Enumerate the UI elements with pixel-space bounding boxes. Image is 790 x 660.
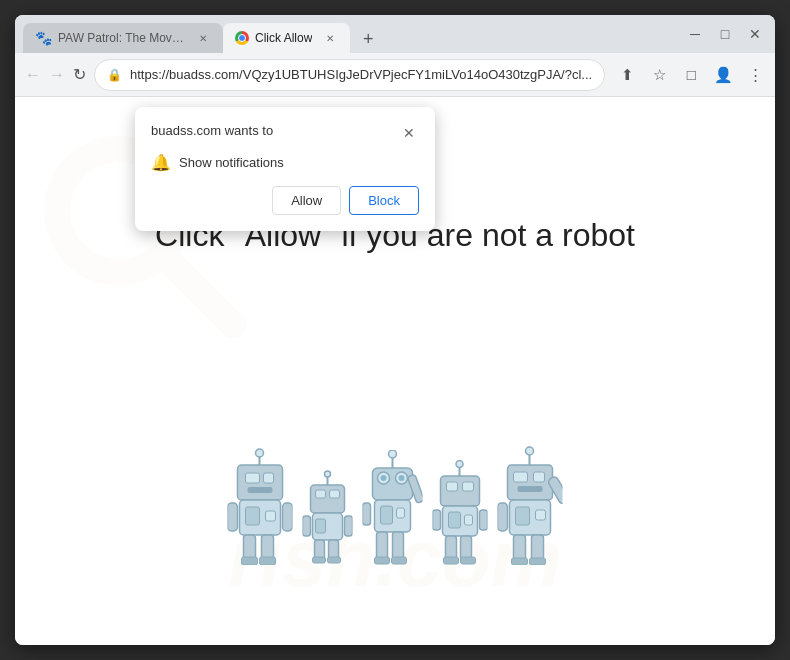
close-button[interactable]: ✕ — [743, 22, 767, 46]
svg-rect-16 — [260, 557, 276, 565]
svg-rect-53 — [465, 515, 473, 525]
block-button[interactable]: Block — [349, 186, 419, 215]
svg-rect-39 — [397, 508, 405, 518]
svg-rect-43 — [393, 532, 404, 560]
lock-icon: 🔒 — [107, 68, 122, 82]
tab2-label: Click Allow — [255, 31, 312, 45]
minimize-button[interactable]: ─ — [683, 22, 707, 46]
url-text: https://buadss.com/VQzy1UBTUHSIgJeDrVPje… — [130, 67, 592, 82]
robot-1-icon — [228, 445, 293, 565]
svg-rect-12 — [283, 503, 293, 531]
address-actions: ⬆ ☆ □ 👤 ⋮ — [613, 61, 769, 89]
share-button[interactable]: ⬆ — [613, 61, 641, 89]
svg-rect-41 — [363, 503, 371, 525]
svg-rect-54 — [433, 510, 441, 530]
svg-rect-28 — [313, 557, 326, 563]
svg-rect-57 — [461, 536, 472, 560]
svg-rect-58 — [444, 557, 459, 564]
notification-popup: buadss.com wants to ✕ 🔔 Show notificatio… — [135, 107, 435, 231]
svg-rect-4 — [264, 473, 274, 483]
svg-rect-18 — [316, 490, 326, 498]
svg-rect-3 — [246, 473, 260, 483]
svg-point-21 — [325, 471, 331, 477]
profile-button[interactable]: 👤 — [709, 61, 737, 89]
svg-rect-59 — [461, 557, 476, 564]
svg-point-50 — [456, 461, 463, 468]
svg-rect-11 — [228, 503, 238, 531]
popup-buttons: Allow Block — [151, 186, 419, 215]
svg-rect-42 — [377, 532, 388, 560]
svg-rect-68 — [536, 510, 546, 520]
new-tab-button[interactable]: + — [354, 25, 382, 53]
svg-rect-10 — [266, 511, 276, 521]
extensions-button[interactable]: □ — [677, 61, 705, 89]
url-bar[interactable]: 🔒 https://buadss.com/VQzy1UBTUHSIgJeDrVP… — [94, 59, 605, 91]
svg-rect-73 — [512, 558, 528, 565]
svg-rect-45 — [392, 557, 407, 564]
svg-rect-72 — [532, 535, 544, 561]
title-bar: 🐾 PAW Patrol: The Movie (2021) Yi... ✕ C… — [15, 15, 775, 53]
forward-button[interactable]: → — [49, 61, 65, 89]
bell-icon: 🔔 — [151, 153, 171, 172]
chrome-tab-icon — [235, 31, 249, 45]
svg-rect-52 — [449, 512, 461, 528]
svg-rect-70 — [498, 503, 508, 531]
svg-rect-71 — [514, 535, 526, 561]
svg-rect-63 — [518, 486, 543, 492]
svg-point-36 — [389, 450, 397, 458]
robots-illustration — [228, 445, 563, 565]
svg-point-65 — [526, 447, 534, 455]
svg-rect-17 — [311, 485, 345, 513]
svg-line-1 — [163, 255, 233, 325]
svg-rect-23 — [316, 519, 326, 533]
svg-rect-15 — [242, 557, 258, 565]
tab-paw-patrol[interactable]: 🐾 PAW Patrol: The Movie (2021) Yi... ✕ — [23, 23, 223, 53]
address-bar: ← → ↻ 🔒 https://buadss.com/VQzy1UBTUHSIg… — [15, 53, 775, 97]
svg-rect-24 — [303, 516, 311, 536]
svg-rect-48 — [463, 482, 474, 491]
svg-rect-47 — [447, 482, 458, 491]
svg-point-33 — [381, 475, 387, 481]
window-controls: ─ □ ✕ — [683, 22, 767, 46]
reload-button[interactable]: ↻ — [73, 61, 86, 89]
browser-window: 🐾 PAW Patrol: The Movie (2021) Yi... ✕ C… — [15, 15, 775, 645]
tab1-close-button[interactable]: ✕ — [195, 30, 211, 46]
svg-rect-29 — [328, 557, 341, 563]
tab2-close-button[interactable]: ✕ — [322, 30, 338, 46]
svg-rect-14 — [262, 535, 274, 560]
robot-5-icon — [498, 445, 563, 565]
back-button[interactable]: ← — [25, 61, 41, 89]
svg-rect-38 — [381, 506, 393, 524]
maximize-button[interactable]: □ — [713, 22, 737, 46]
allow-button[interactable]: Allow — [272, 186, 341, 215]
robot-4-icon — [433, 460, 488, 565]
robot-3-icon — [363, 450, 423, 565]
svg-rect-2 — [238, 465, 283, 500]
svg-point-34 — [399, 475, 405, 481]
menu-button[interactable]: ⋮ — [741, 61, 769, 89]
svg-rect-25 — [345, 516, 353, 536]
svg-point-7 — [256, 449, 264, 457]
tabs-area: 🐾 PAW Patrol: The Movie (2021) Yi... ✕ C… — [23, 15, 683, 53]
svg-rect-44 — [375, 557, 390, 564]
bookmark-button[interactable]: ☆ — [645, 61, 673, 89]
svg-rect-67 — [516, 507, 530, 525]
svg-rect-5 — [248, 487, 273, 493]
tab1-label: PAW Patrol: The Movie (2021) Yi... — [58, 31, 185, 45]
robot-2-icon — [303, 470, 353, 565]
permission-text-label: Show notifications — [179, 155, 284, 170]
tab-click-allow[interactable]: Click Allow ✕ — [223, 23, 350, 53]
svg-rect-13 — [244, 535, 256, 560]
svg-rect-74 — [530, 558, 546, 565]
svg-rect-46 — [441, 476, 480, 506]
paw-icon: 🐾 — [35, 30, 52, 46]
page-content: rish.com Click "Allow" if you are not a … — [15, 97, 775, 645]
svg-rect-56 — [446, 536, 457, 560]
svg-rect-30 — [373, 468, 413, 500]
svg-rect-61 — [514, 472, 528, 482]
popup-close-button[interactable]: ✕ — [399, 123, 419, 143]
svg-rect-9 — [246, 507, 260, 525]
popup-title-text: buadss.com wants to — [151, 123, 273, 138]
svg-rect-60 — [508, 465, 553, 500]
popup-permission-row: 🔔 Show notifications — [151, 153, 419, 172]
